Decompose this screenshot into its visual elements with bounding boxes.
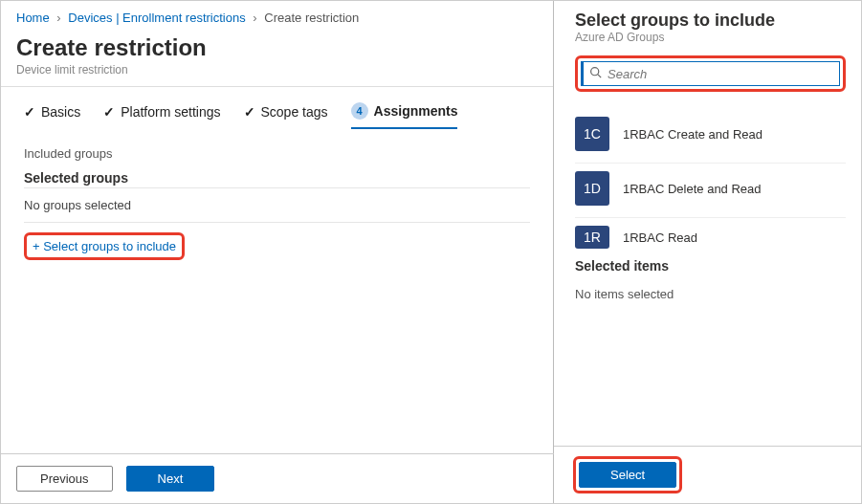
no-items-selected-text: No items selected (575, 287, 846, 301)
tab-label: Scope tags (261, 104, 328, 120)
highlight-box: + Select groups to include (24, 232, 185, 260)
group-avatar: 1C (575, 117, 609, 151)
highlight-box: Select (573, 456, 682, 493)
check-icon: ✓ (244, 104, 255, 120)
breadcrumb-devices[interactable]: Devices | Enrollment restrictions (68, 11, 245, 25)
panel-title: Select groups to include (575, 11, 846, 31)
tab-assignments[interactable]: 4 Assignments (351, 102, 458, 129)
tab-scope-tags[interactable]: ✓ Scope tags (244, 102, 328, 129)
group-name: 1RBAC Create and Read (623, 127, 763, 142)
tab-label: Platform settings (121, 104, 220, 120)
select-groups-panel: Select groups to include Azure AD Groups… (554, 1, 861, 503)
group-item[interactable]: 1C 1RBAC Create and Read (575, 109, 846, 164)
search-icon (589, 66, 602, 81)
search-box[interactable] (581, 61, 840, 86)
tab-basics[interactable]: ✓ Basics (24, 102, 80, 129)
breadcrumb-home[interactable]: Home (16, 11, 50, 25)
highlight-box (575, 55, 846, 92)
panel-subtitle: Azure AD Groups (575, 31, 846, 44)
chevron-right-icon: › (253, 11, 256, 25)
breadcrumb: Home › Devices | Enrollment restrictions… (1, 1, 553, 31)
chevron-right-icon: › (56, 11, 60, 25)
select-button[interactable]: Select (579, 462, 676, 488)
search-input[interactable] (608, 67, 833, 81)
no-groups-text: No groups selected (24, 187, 530, 223)
tab-platform-settings[interactable]: ✓ Platform settings (103, 102, 220, 129)
select-groups-link[interactable]: + Select groups to include (33, 239, 176, 253)
svg-point-0 (591, 68, 599, 76)
wizard-footer: Previous Next (1, 453, 554, 503)
svg-line-1 (598, 75, 601, 77)
page-title: Create restriction (16, 34, 538, 61)
panel-footer: Select (554, 446, 861, 503)
tab-label: Assignments (374, 103, 458, 119)
breadcrumb-current: Create restriction (264, 11, 359, 25)
selected-items-heading: Selected items (575, 258, 846, 274)
wizard-tabs: ✓ Basics ✓ Platform settings ✓ Scope tag… (1, 87, 553, 139)
step-number-badge: 4 (351, 102, 368, 120)
page-subtitle: Device limit restriction (16, 63, 538, 77)
next-button[interactable]: Next (126, 466, 215, 492)
group-item[interactable]: 1R 1RBAC Read (575, 218, 846, 252)
previous-button[interactable]: Previous (16, 466, 113, 492)
check-icon: ✓ (24, 104, 35, 120)
group-name: 1RBAC Delete and Read (623, 182, 762, 196)
selected-groups-heading: Selected groups (24, 170, 530, 186)
group-avatar: 1D (575, 171, 609, 206)
tab-label: Basics (41, 104, 80, 120)
group-avatar: 1R (575, 226, 609, 249)
group-name: 1RBAC Read (623, 230, 697, 245)
group-item[interactable]: 1D 1RBAC Delete and Read (575, 164, 846, 218)
included-groups-heading: Included groups (24, 146, 530, 161)
check-icon: ✓ (103, 104, 115, 120)
